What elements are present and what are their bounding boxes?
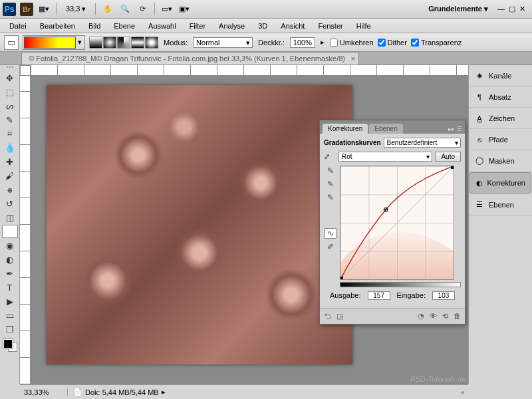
delete-icon[interactable]: 🗑 bbox=[454, 312, 461, 321]
masks-icon: ◯ bbox=[474, 156, 485, 166]
auto-button[interactable]: Auto bbox=[435, 152, 461, 162]
panel-zeichen[interactable]: AZeichen bbox=[469, 108, 532, 129]
menu-bild[interactable]: Bild bbox=[83, 20, 106, 32]
scroll-left-icon[interactable]: ◂ bbox=[456, 388, 468, 396]
tab-ebenen[interactable]: Ebenen bbox=[369, 124, 402, 134]
quick-select-tool[interactable]: ✎ bbox=[2, 113, 18, 126]
tab-korrekturen[interactable]: Korrekturen bbox=[323, 124, 368, 134]
maximize-icon[interactable]: ▢ bbox=[509, 5, 515, 13]
brush-tool[interactable]: 🖌 bbox=[2, 169, 18, 182]
input-label: Eingabe: bbox=[397, 291, 426, 300]
close-icon[interactable]: ✕ bbox=[519, 5, 525, 13]
move-tool[interactable]: ✥ bbox=[2, 71, 18, 84]
ruler-horizontal[interactable] bbox=[31, 65, 468, 76]
shape-tool[interactable]: ▭ bbox=[2, 309, 18, 322]
close-tab-icon[interactable]: × bbox=[351, 55, 355, 63]
menu-hilfe[interactable]: Hilfe bbox=[351, 20, 376, 32]
reverse-checkbox[interactable]: Umkehren bbox=[330, 39, 374, 47]
white-eyedropper-icon[interactable]: ✎ bbox=[325, 192, 336, 203]
bridge-icon[interactable]: Br bbox=[20, 3, 33, 16]
opacity-input[interactable] bbox=[290, 37, 315, 48]
workspace-dropdown[interactable]: Grundelemente ▾ bbox=[423, 5, 493, 13]
angle-gradient-icon[interactable] bbox=[117, 37, 130, 49]
channel-dropdown[interactable]: Rot bbox=[338, 152, 432, 162]
crop-tool[interactable]: ⌗ bbox=[2, 127, 18, 140]
lasso-tool[interactable]: ᔕ bbox=[2, 99, 18, 112]
document-image bbox=[47, 85, 352, 364]
panel-ebenen[interactable]: ☰Ebenen bbox=[469, 194, 532, 215]
color-swatches[interactable] bbox=[2, 338, 18, 352]
menu-3d[interactable]: 3D bbox=[253, 20, 273, 32]
3d-tool[interactable]: ❒ bbox=[2, 323, 18, 336]
preset-dropdown[interactable]: Benutzerdefiniert bbox=[384, 138, 461, 148]
minimize-icon[interactable]: — bbox=[497, 5, 505, 13]
ruler-vertical[interactable] bbox=[20, 76, 31, 384]
radial-gradient-icon[interactable] bbox=[103, 37, 116, 49]
document-tab[interactable]: © Fotolia_212788_M© Dragan Trifunovic - … bbox=[21, 52, 359, 65]
panel-kanale[interactable]: ◈Kanäle bbox=[469, 65, 532, 86]
reflected-gradient-icon[interactable] bbox=[131, 37, 144, 49]
status-zoom[interactable]: 33,33% bbox=[20, 388, 68, 396]
zoom-display[interactable]: 33,3 ▾ bbox=[62, 5, 90, 13]
healing-tool[interactable]: ✚ bbox=[2, 155, 18, 168]
clip-icon[interactable]: ◔ bbox=[418, 312, 424, 321]
panel-masken[interactable]: ◯Masken bbox=[469, 150, 532, 172]
stamp-tool[interactable]: ⎈ bbox=[2, 183, 18, 196]
document-canvas[interactable] bbox=[47, 85, 352, 364]
visibility-icon[interactable]: 👁 bbox=[430, 312, 437, 321]
target-adjust-icon[interactable]: ⤢ bbox=[324, 152, 336, 161]
output-input[interactable] bbox=[368, 291, 390, 300]
curve-pencil-tool[interactable]: ✐ bbox=[325, 241, 336, 252]
menu-auswahl[interactable]: Auswahl bbox=[143, 20, 182, 32]
arrange-docs-icon[interactable]: ▭▾ bbox=[160, 3, 174, 16]
curves-panel-tabs: Korrekturen Ebenen ▸▸ ☰ bbox=[320, 120, 465, 134]
zoom-tool-icon[interactable]: 🔍 bbox=[118, 3, 132, 16]
hand-tool-icon[interactable]: ✋ bbox=[101, 3, 114, 16]
curves-panel[interactable]: Korrekturen Ebenen ▸▸ ☰ Gradationskurven… bbox=[319, 120, 466, 325]
eraser-tool[interactable]: ◫ bbox=[2, 211, 18, 224]
panel-korrekturen[interactable]: ◐Korrekturen bbox=[469, 172, 531, 194]
linear-gradient-icon[interactable] bbox=[89, 37, 102, 49]
menu-ebene[interactable]: Ebene bbox=[108, 20, 140, 32]
eyedropper-tool[interactable]: 💧 bbox=[2, 141, 18, 154]
panel-absatz[interactable]: ¶Absatz bbox=[469, 86, 532, 108]
menu-filter[interactable]: Filter bbox=[184, 20, 211, 32]
menu-fenster[interactable]: Fenster bbox=[313, 20, 348, 32]
collapse-icon[interactable]: ▸▸ ☰ bbox=[446, 124, 465, 134]
layout-icon[interactable]: ▦▾ bbox=[37, 3, 51, 16]
input-input[interactable] bbox=[432, 291, 455, 300]
curve-tool-column: ✎ ✎ ✎ ∿ ✐ bbox=[324, 166, 337, 280]
input-gradient-bar[interactable] bbox=[340, 282, 461, 287]
menu-analyse[interactable]: Analyse bbox=[213, 20, 250, 32]
history-brush-tool[interactable]: ↺ bbox=[2, 197, 18, 210]
panel-pfade[interactable]: ⎋Pfade bbox=[469, 129, 532, 150]
blur-tool[interactable]: ◉ bbox=[2, 239, 18, 252]
path-select-tool[interactable]: ▶ bbox=[2, 295, 18, 308]
expand-icon[interactable]: ◲ bbox=[336, 312, 343, 321]
mode-select[interactable]: Normal▾ bbox=[193, 37, 253, 48]
ruler-corner[interactable] bbox=[20, 65, 31, 76]
rotate-view-icon[interactable]: ⟳ bbox=[136, 3, 149, 16]
black-eyedropper-icon[interactable]: ✎ bbox=[325, 166, 336, 176]
transparency-checkbox[interactable]: Transparenz bbox=[411, 39, 462, 47]
curve-graph[interactable] bbox=[340, 166, 454, 280]
menu-datei[interactable]: Datei bbox=[4, 20, 32, 32]
reset-icon[interactable]: ⟲ bbox=[442, 312, 448, 321]
marquee-tool[interactable]: ⬚ bbox=[2, 85, 18, 98]
diamond-gradient-icon[interactable] bbox=[145, 37, 158, 49]
dodge-tool[interactable]: ◐ bbox=[2, 253, 18, 266]
menu-ansicht[interactable]: Ansicht bbox=[275, 20, 310, 32]
gradient-swatch[interactable] bbox=[24, 37, 76, 49]
photoshop-icon[interactable]: Ps bbox=[3, 3, 16, 16]
gray-eyedropper-icon[interactable]: ✎ bbox=[325, 179, 336, 190]
type-tool[interactable]: T bbox=[2, 281, 18, 294]
pen-tool[interactable]: ✒ bbox=[2, 267, 18, 280]
dither-checkbox[interactable]: Dither bbox=[378, 39, 407, 47]
menu-bearbeiten[interactable]: Bearbeiten bbox=[35, 20, 80, 32]
active-tool-icon[interactable]: ▭ bbox=[4, 35, 19, 50]
curve-point-tool[interactable]: ∿ bbox=[325, 228, 336, 239]
screen-mode-icon[interactable]: ▣▾ bbox=[178, 3, 191, 16]
back-icon[interactable]: ⮌ bbox=[324, 313, 331, 321]
gradient-tool[interactable] bbox=[2, 225, 18, 238]
status-doc-info[interactable]: 📄 Dok: 5,44 MB/5,44 MB ▸ bbox=[68, 388, 171, 396]
